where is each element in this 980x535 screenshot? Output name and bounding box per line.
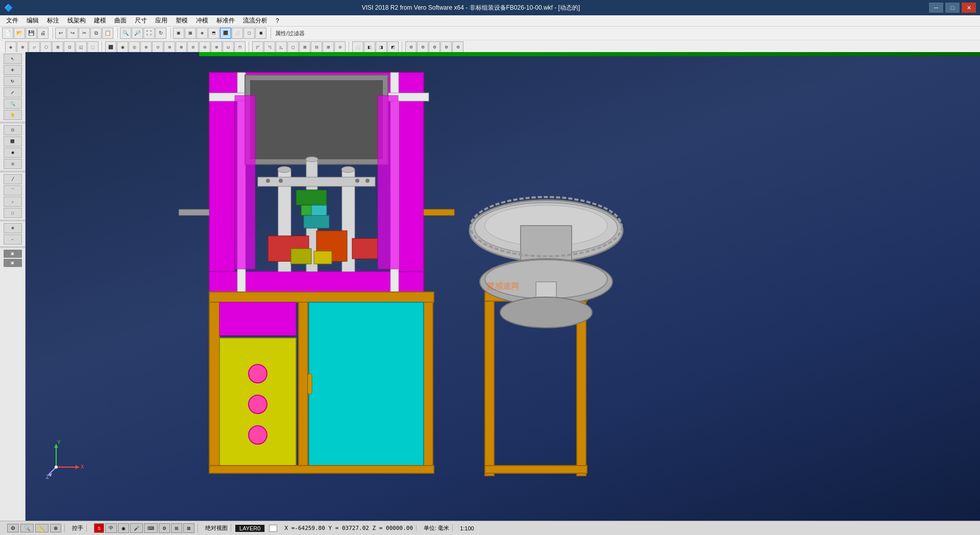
menu-dimension[interactable]: 尺寸 — [131, 15, 151, 26]
tb-cut[interactable]: ✂ — [79, 28, 90, 39]
tb-view-3[interactable]: ◺ — [276, 41, 287, 53]
tb-copy[interactable]: ⧉ — [90, 28, 102, 39]
lp-small-btn-2[interactable]: ▣ — [4, 259, 22, 267]
tb-img-8[interactable]: ⊘ — [187, 41, 199, 53]
tb-btn-1[interactable]: ▣ — [173, 28, 184, 39]
maximize-button[interactable]: □ — [945, 3, 960, 13]
lp-select[interactable]: ↖ — [4, 54, 22, 64]
tb-img-12[interactable]: ⊓ — [234, 41, 246, 53]
menu-wireframe[interactable]: 线架构 — [63, 15, 90, 26]
tb-save[interactable]: 💾 — [26, 28, 37, 39]
tb-img-9[interactable]: ⊖ — [199, 41, 210, 53]
menu-flow[interactable]: 流流分析 — [239, 15, 272, 26]
tb-zoom-out[interactable]: 🔎 — [132, 28, 143, 39]
sb-icon-7[interactable]: ⊞ — [171, 523, 182, 533]
sb-icon-1[interactable]: S — [94, 523, 104, 533]
lp-hidden[interactable]: ◎ — [4, 159, 22, 169]
tb-shape-1[interactable]: ◈ — [5, 41, 16, 53]
sb-btn-2[interactable]: 🔍 — [20, 524, 34, 532]
tb-img-11[interactable]: ⊔ — [223, 41, 234, 53]
tb-view-8[interactable]: ⊝ — [334, 41, 346, 53]
lp-small-btn-1[interactable]: ▣ — [4, 250, 22, 258]
tb-sys-5[interactable]: ⚙ — [452, 41, 463, 53]
lp-rect[interactable]: □ — [4, 208, 22, 218]
tb-btn-6[interactable]: ⬜ — [232, 28, 243, 39]
tb-undo[interactable]: ↩ — [55, 28, 66, 39]
lp-pan[interactable]: ✋ — [4, 110, 22, 120]
tb-sys-2[interactable]: ⚙ — [417, 41, 428, 53]
menu-annotation[interactable]: 标注 — [43, 15, 63, 26]
lp-fillet[interactable]: ⌢ — [4, 234, 22, 245]
menu-surface[interactable]: 曲面 — [110, 15, 131, 26]
tb-view-6[interactable]: ⊟ — [311, 41, 322, 53]
tb-img-4[interactable]: ⊛ — [140, 41, 152, 53]
menu-apply[interactable]: 应用 — [151, 15, 172, 26]
tb-sys-4[interactable]: ⚙ — [440, 41, 452, 53]
tb-shape-2[interactable]: ⊕ — [17, 41, 28, 53]
tb-shape-3[interactable]: ▱ — [29, 41, 40, 53]
menu-help[interactable]: ? — [272, 16, 283, 26]
lp-move[interactable]: ✛ — [4, 65, 22, 75]
menu-stamping[interactable]: 冲模 — [192, 15, 212, 26]
tb-open[interactable]: 📂 — [14, 28, 25, 39]
sb-icon-8[interactable]: ⊠ — [183, 523, 194, 533]
lp-zoom[interactable]: 🔍 — [4, 99, 22, 109]
tb-shape-6[interactable]: ⊡ — [64, 41, 75, 53]
sb-icon-3[interactable]: ◉ — [118, 523, 129, 533]
sb-icon-2[interactable]: 中 — [105, 523, 117, 533]
tb-sys-1[interactable]: ⚙ — [405, 41, 416, 53]
tb-rotate[interactable]: ↻ — [155, 28, 166, 39]
lp-solid[interactable]: ⬛ — [4, 136, 22, 147]
minimize-button[interactable]: ─ — [929, 3, 943, 13]
tb-zoom-in[interactable]: 🔍 — [120, 28, 131, 39]
tb-wp-1[interactable]: ⬜ — [352, 41, 363, 53]
tb-img-5[interactable]: ⊙ — [152, 41, 163, 53]
tb-btn-7[interactable]: ◻ — [243, 28, 255, 39]
viewport[interactable]: X Y Z 慧感速网 — [26, 52, 980, 521]
menu-modeling[interactable]: 建模 — [90, 15, 110, 26]
tb-sys-3[interactable]: ⚙ — [429, 41, 440, 53]
sb-icon-5[interactable]: ⌨ — [144, 523, 158, 533]
lp-wire[interactable]: ⊡ — [4, 125, 22, 135]
menu-standards[interactable]: 标准件 — [212, 15, 239, 26]
lp-scale[interactable]: ⤢ — [4, 87, 22, 98]
lp-circle[interactable]: ○ — [4, 197, 22, 207]
tb-img-1[interactable]: ⬛ — [105, 41, 116, 53]
tb-shape-4[interactable]: ⬡ — [40, 41, 52, 53]
close-button[interactable]: ✕ — [962, 3, 976, 13]
tb-img-3[interactable]: ◎ — [129, 41, 140, 53]
tb-view-7[interactable]: ⊞ — [323, 41, 334, 53]
menu-edit[interactable]: 编辑 — [22, 15, 43, 26]
tb-img-2[interactable]: ◉ — [117, 41, 128, 53]
sb-btn-3[interactable]: 📐 — [35, 524, 48, 532]
tb-wp-3[interactable]: ◨ — [376, 41, 387, 53]
tb-shape-7[interactable]: ◱ — [76, 41, 87, 53]
menu-file[interactable]: 文件 — [2, 15, 22, 26]
tb-img-7[interactable]: ⊗ — [176, 41, 187, 53]
tb-paste[interactable]: 📋 — [102, 28, 113, 39]
tb-img-6[interactable]: ⊚ — [164, 41, 175, 53]
tb-print[interactable]: 🖨 — [37, 28, 48, 39]
tb-btn-4[interactable]: ⬒ — [208, 28, 219, 39]
tb-btn-3[interactable]: ◈ — [197, 28, 208, 39]
tb-view-1[interactable]: ◸ — [252, 41, 263, 53]
lp-arc[interactable]: ⌒ — [4, 185, 22, 196]
sb-btn-4[interactable]: ⊕ — [50, 524, 61, 532]
lp-line[interactable]: ╱ — [4, 174, 22, 184]
tb-redo[interactable]: ↪ — [67, 28, 78, 39]
tb-wp-4[interactable]: ◩ — [387, 41, 399, 53]
tb-img-10[interactable]: ⊕ — [211, 41, 222, 53]
lp-shade[interactable]: ◉ — [4, 148, 22, 158]
tb-btn-2[interactable]: ▦ — [185, 28, 196, 39]
tb-btn-8[interactable]: ◼ — [255, 28, 266, 39]
lp-rotate[interactable]: ↻ — [4, 76, 22, 86]
sb-icon-6[interactable]: ⚙ — [159, 523, 170, 533]
tb-zoom-fit[interactable]: ⛶ — [143, 28, 155, 39]
tb-new[interactable]: 📄 — [2, 28, 13, 39]
tb-wp-2[interactable]: ◧ — [364, 41, 375, 53]
sb-btn-1[interactable]: ⚙ — [7, 524, 19, 532]
tb-view-2[interactable]: ◹ — [264, 41, 275, 53]
tb-btn-5-active[interactable]: ⬛ — [220, 28, 231, 39]
tb-shape-8[interactable]: ⬚ — [87, 41, 99, 53]
tb-view-4[interactable]: ◻ — [287, 41, 299, 53]
